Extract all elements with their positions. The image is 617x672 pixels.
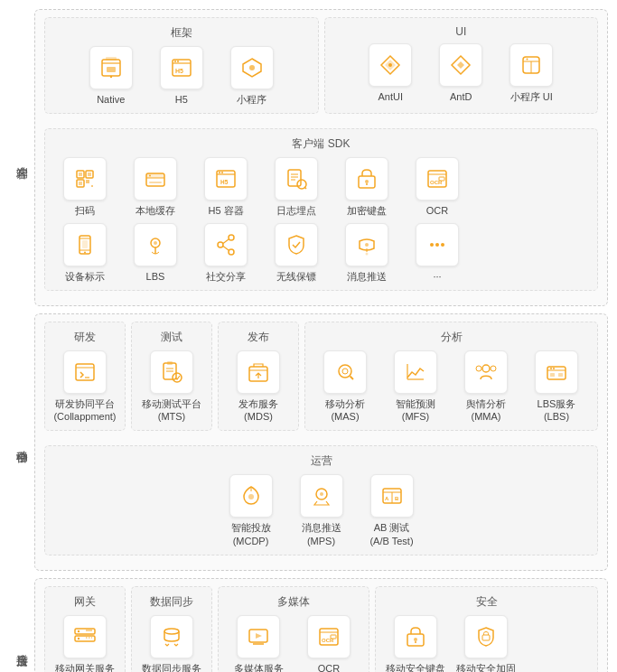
section-content-mobile: 研发 研发协同平台 (Collappment) [34, 313, 608, 571]
item-device: 设备标示 [52, 223, 117, 283]
share-icon [213, 232, 238, 257]
label-mms: 多媒体服务 (MMS) [234, 662, 284, 672]
svg-rect-1 [106, 57, 117, 61]
svg-point-11 [388, 63, 392, 67]
icon-box-seckey [394, 615, 437, 658]
svg-point-73 [339, 365, 351, 378]
subgroup-analysis: 分析 移动分析 (MAS) [304, 322, 598, 432]
label-mfs: 智能预测 (MFS) [396, 397, 435, 424]
section-mobile-platform: 移动中台 研发 [9, 313, 608, 571]
miniui-icon [519, 52, 544, 78]
section-label-client: 客户端 [9, 9, 34, 306]
scan-icon [72, 166, 98, 191]
seckey-icon [403, 624, 428, 649]
backend-row: 网关 移动网关服务 (MGS) [44, 586, 598, 672]
svg-point-62 [441, 243, 444, 247]
more-icon [425, 232, 450, 257]
item-sechard: 移动安全加固 [453, 615, 519, 672]
svg-point-102 [164, 629, 179, 634]
subgroup-test: 测试 移动测试平台 (MTS) [131, 322, 212, 432]
svg-rect-3 [107, 67, 116, 72]
svg-point-83 [550, 368, 552, 369]
svg-rect-67 [167, 361, 173, 365]
antd-icon [448, 52, 473, 78]
h5c-icon: H5 [213, 166, 238, 191]
cache-icon [143, 166, 168, 191]
icon-box-ocr2: OCR [307, 615, 351, 658]
subgroup-datasync: 数据同步 数据同步服务 (MSS) [131, 586, 212, 672]
svg-rect-19 [79, 173, 82, 176]
label-miniui: 小程序 UI [510, 90, 553, 103]
label-antd: AntD [450, 90, 472, 103]
mma-icon [473, 359, 499, 385]
section-label-mobile: 移动中台 [9, 313, 34, 571]
label-mds: 发布服务 (MDS) [238, 397, 278, 424]
mps-icon [309, 483, 334, 509]
items-media: 多媒体服务 (MMS) OCR OCR [226, 615, 361, 672]
subgroup-title-ui: UI [332, 25, 591, 38]
item-mma: 舆情分析 (MMA) [453, 350, 519, 424]
svg-point-53 [229, 249, 234, 255]
svg-point-98 [78, 630, 79, 632]
svg-point-10 [249, 65, 255, 70]
icon-box-mts [150, 350, 193, 394]
svg-rect-113 [482, 635, 490, 640]
svg-point-84 [553, 368, 555, 369]
section-label-backend: 后台连接 [9, 578, 34, 672]
subgroup-sdk: 客户端 SDK [44, 128, 598, 291]
label-cache: 本地缓存 [136, 204, 175, 217]
subgroup-title-dev: 研发 [52, 330, 117, 345]
subgroup-security: 安全 移动安全键盘 [375, 586, 598, 672]
subgroup-title-publish: 发布 [226, 330, 291, 345]
sdk-row1: 扫码 本地缓存 [52, 157, 590, 217]
icon-box-share [204, 223, 248, 266]
svg-point-39 [365, 180, 369, 183]
label-push: 消息推送 [347, 270, 387, 283]
ocr1-icon: OCR [425, 166, 450, 191]
icon-box-h5: H5 [160, 46, 203, 89]
secure-icon [284, 232, 309, 257]
svg-rect-21 [79, 182, 82, 185]
svg-point-70 [173, 373, 182, 382]
subgroup-title-framework: 框架 [52, 25, 311, 41]
item-lbs: LBS [123, 223, 188, 283]
label-sechard: 移动安全加固 [456, 662, 516, 672]
h5-icon: H5 [169, 55, 194, 80]
label-secure: 无线保镖 [276, 270, 316, 283]
icon-box-abtest: A B [370, 474, 414, 518]
subgroup-framework: 框架 [44, 17, 319, 114]
mobile-top-row: 研发 研发协同平台 (Collappment) [44, 322, 598, 439]
icon-box-sechard [464, 615, 508, 658]
svg-point-99 [78, 638, 79, 639]
svg-line-75 [351, 376, 354, 379]
label-scan: 扫码 [75, 204, 95, 217]
svg-point-30 [221, 172, 223, 173]
icon-box-scan [63, 157, 107, 201]
label-native: Native [97, 93, 125, 106]
section-backend: 后台连接 网关 [9, 578, 608, 672]
items-analysis: 移动分析 (MAS) 智能预测 (MFS) [313, 350, 590, 424]
mds-icon [246, 359, 271, 385]
icon-box-antui [369, 43, 412, 87]
svg-rect-49 [82, 240, 88, 248]
svg-rect-32 [288, 170, 301, 186]
item-abtest: A B AB 测试 (A/B Test) [360, 474, 425, 547]
svg-rect-81 [547, 367, 566, 379]
label-ocr2: OCR [318, 662, 340, 672]
label-ocr1: OCR [426, 204, 448, 217]
abtest-icon: A B [379, 483, 405, 509]
icon-box-push [345, 223, 388, 266]
mgs-icon [72, 624, 98, 649]
svg-point-52 [229, 235, 234, 240]
svg-point-61 [435, 243, 439, 247]
sdk-row2: 设备标示 LBS [52, 223, 590, 283]
svg-point-29 [219, 172, 220, 173]
item-push: 消息推送 [334, 223, 399, 283]
svg-point-25 [149, 175, 151, 177]
antui-icon [378, 52, 403, 78]
subgroup-ops: 运营 智能投放 (MCDP) [44, 445, 598, 555]
label-antui: AntUI [378, 90, 403, 103]
svg-point-57 [365, 243, 369, 247]
mts-icon [159, 359, 184, 385]
icon-box-cache [134, 157, 177, 201]
